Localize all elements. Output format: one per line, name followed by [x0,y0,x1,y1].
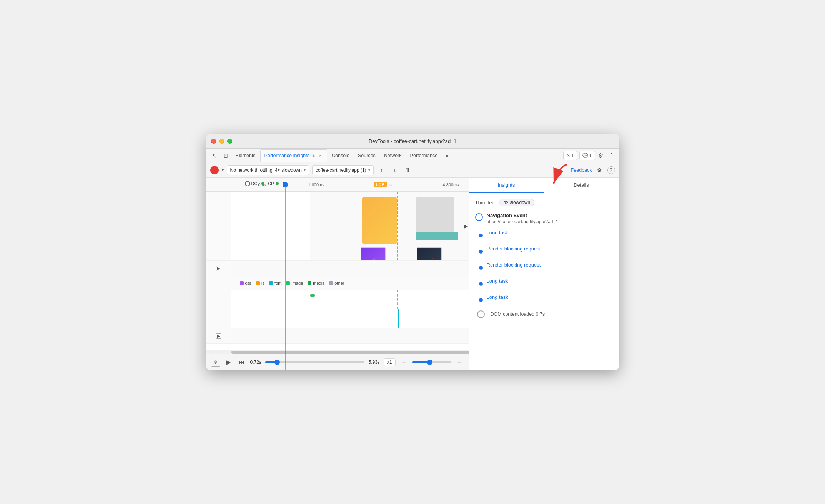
dcl-label: DCL [251,181,260,186]
dot-2 [479,266,483,270]
zoom-slider-thumb[interactable] [427,360,432,365]
legend-font-label: font [274,281,281,285]
main-content: 0ms 1,600ms 3,200ms 4,800ms DCL FCP [206,178,619,370]
line-top-4 [481,292,481,298]
expand-section-button[interactable]: ▶ [216,266,221,271]
error-badge[interactable]: ✕ 1 [563,151,577,160]
horizontal-scrollbar[interactable] [206,350,469,354]
maximize-window-button[interactable] [227,139,232,144]
css-color [240,281,244,285]
expand-section-2-button[interactable]: ▶ [216,333,221,339]
scrollbar-thumb[interactable] [231,351,469,354]
tab-performance-insights-label: Performance insights [264,153,309,158]
tab-performance[interactable]: Performance [406,149,442,162]
toolbar-help-button[interactable]: ? [607,166,615,174]
comment-badge[interactable]: 💬 1 [579,151,595,160]
insight-link-3[interactable]: Long task [487,276,508,292]
screenshot-thumb-2[interactable]: 🛒 [417,247,442,260]
more-menu-button[interactable]: ⋮ [607,151,617,161]
dom-connector [475,310,487,318]
skip-to-start-button[interactable]: ⏮ [237,358,246,367]
insights-body[interactable]: Throttled: 4× slowdown Navigation Event … [469,193,619,370]
insight-link-1[interactable]: Render blocking request [487,244,541,260]
download-button[interactable]: ↓ [390,165,400,175]
record-dropdown-arrow[interactable]: ▾ [222,168,224,172]
throttle-label: Throttled: [475,200,496,206]
playback-start-time: 0.72s [250,360,261,365]
tab-details[interactable]: Details [544,178,619,193]
expand-row-2: ▶ [206,328,469,344]
connector-3 [475,276,487,292]
tab-insights[interactable]: Insights [469,178,544,193]
insight-link-0[interactable]: Long task [487,227,508,244]
insights-list: Long task Render blocking request [475,227,613,320]
nav-circle [475,213,483,221]
cursor-icon[interactable]: ↖ [209,150,220,161]
legend-image-label: image [291,281,303,285]
js-color [256,281,260,285]
url-select[interactable]: coffee-cart.netlify.app (1) ▾ [312,165,374,175]
tab-elements[interactable]: Elements [232,149,259,162]
speed-badge[interactable]: x1 [384,358,396,366]
playhead[interactable] [283,182,288,187]
delete-button[interactable]: 🗑 [403,165,413,175]
throttle-dropdown-icon: ▾ [304,168,306,172]
tab-console[interactable]: Console [328,149,353,162]
connector-1 [475,244,487,260]
lcp-badge: LCP [374,182,387,187]
record-button[interactable] [210,166,219,174]
play-button[interactable]: ▶ [224,358,233,367]
feedback-link[interactable]: Feedback [571,167,592,173]
line-bottom-1 [481,254,481,260]
legend-other: other [329,281,344,285]
layers-icon[interactable]: ⊡ [220,150,231,161]
green-block [416,232,458,240]
thumb-1-icon: ☕ [368,258,378,260]
timeline-body[interactable]: ☕ 🛒 ▶ [206,192,469,350]
tab-network[interactable]: Network [380,149,406,162]
tti-dot [276,182,279,185]
nav-text: Navigation Event https://coffee-cart.net… [487,212,613,224]
tab-network-label: Network [384,153,402,158]
zoom-slider[interactable] [412,361,451,363]
tab-sources[interactable]: Sources [354,149,379,162]
export-button[interactable]: ↑ [377,165,387,175]
line-top-0 [481,227,481,234]
settings-button[interactable]: ⚙ [596,151,606,161]
insights-tabs: Insights Details [469,178,619,193]
playback-slider[interactable] [265,361,365,363]
insights-panel: Insights Details Throttled: 4× slowdown … [469,178,619,370]
throttle-value[interactable]: 4× slowdown [499,199,534,206]
metric-badges: DCL FCP TTI [245,181,286,186]
url-select-value: coffee-cart.netlify.app (1) [316,167,366,173]
slider-thumb[interactable] [274,360,280,365]
filmstrip-content: ☕ 🛒 ▶ [231,192,469,260]
minimize-window-button[interactable] [219,139,224,144]
throttle-select[interactable]: No network throttling, 4× slowdown ▾ [227,165,309,175]
more-tabs-button[interactable]: » [442,151,452,161]
nav-event-url: https://coffee-cart.netlify.app/?ad=1 [487,219,613,224]
net-row-2 [206,309,469,328]
tab-performance-insights[interactable]: Performance insights ⚠ × [260,149,327,162]
insight-link-4[interactable]: Long task [487,292,508,308]
toolbar: ▾ No network throttling, 4× slowdown ▾ c… [206,162,619,178]
toolbar-gear-button[interactable]: ⚙ [595,166,604,175]
tab-sources-label: Sources [358,153,376,158]
legend-other-label: other [334,281,344,285]
insight-link-2[interactable]: Render blocking request [487,260,541,276]
zoom-in-button[interactable]: + [455,358,464,367]
connector-4 [475,292,487,308]
camera-off-button[interactable]: ⊘ [211,358,220,367]
time-4800ms: 4,800ms [443,182,459,187]
screenshot-thumb-1[interactable]: ☕ [361,247,386,260]
tabbar: ↖ ⊡ Elements Performance insights ⚠ × Co… [206,149,619,162]
error-count: 1 [571,153,574,158]
close-window-button[interactable] [211,139,216,144]
zoom-out-button[interactable]: − [399,358,409,367]
close-tab-button[interactable]: × [318,153,323,158]
dot-1 [479,250,483,254]
line-top-1 [481,244,481,250]
throttle-select-value: No network throttling, 4× slowdown [230,167,302,173]
comment-count: 1 [589,153,592,158]
expand-right-button[interactable]: ▶ [464,224,468,229]
